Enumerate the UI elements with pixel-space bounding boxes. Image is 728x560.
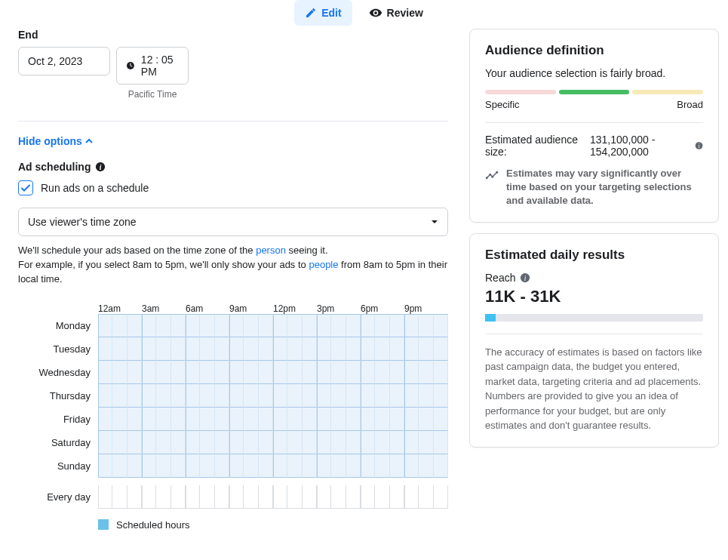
schedule-cell[interactable] xyxy=(200,431,214,454)
schedule-cell[interactable] xyxy=(98,485,112,509)
schedule-cell[interactable] xyxy=(171,454,186,478)
schedule-cell[interactable] xyxy=(361,314,375,337)
tab-edit[interactable]: Edit xyxy=(294,0,352,26)
schedule-cell[interactable] xyxy=(419,314,433,337)
schedule-cell[interactable] xyxy=(244,408,258,431)
schedule-cell[interactable] xyxy=(171,337,186,361)
schedule-cell[interactable] xyxy=(303,431,317,454)
schedule-cell[interactable] xyxy=(287,361,302,384)
schedule-cell[interactable] xyxy=(215,314,229,337)
schedule-cell[interactable] xyxy=(215,454,229,478)
schedule-cell[interactable] xyxy=(404,485,419,509)
schedule-cell[interactable] xyxy=(156,361,170,384)
schedule-cell[interactable] xyxy=(244,384,258,408)
schedule-cell[interactable] xyxy=(375,337,389,361)
schedule-cell[interactable] xyxy=(331,314,346,337)
schedule-cell[interactable] xyxy=(361,485,375,509)
schedule-cell[interactable] xyxy=(229,361,244,384)
schedule-cell[interactable] xyxy=(142,454,156,478)
schedule-cell[interactable] xyxy=(434,454,448,478)
info-icon[interactable]: i xyxy=(520,272,530,283)
schedule-cell[interactable] xyxy=(156,485,170,509)
schedule-cell[interactable] xyxy=(259,454,273,478)
schedule-cell[interactable] xyxy=(259,408,273,431)
schedule-cell[interactable] xyxy=(244,431,258,454)
schedule-cell[interactable] xyxy=(317,314,331,337)
schedule-cell[interactable] xyxy=(303,384,317,408)
schedule-cell[interactable] xyxy=(244,361,258,384)
schedule-cell[interactable] xyxy=(171,384,186,408)
schedule-cell[interactable] xyxy=(346,408,361,431)
schedule-cell[interactable] xyxy=(156,384,170,408)
schedule-cell[interactable] xyxy=(346,337,361,361)
schedule-cell[interactable] xyxy=(287,337,302,361)
info-icon[interactable]: i xyxy=(695,140,703,151)
hide-options-link[interactable]: Hide options xyxy=(18,135,93,147)
schedule-cell[interactable] xyxy=(200,384,214,408)
schedule-cell[interactable] xyxy=(303,314,317,337)
schedule-cell[interactable] xyxy=(259,337,273,361)
schedule-cell[interactable] xyxy=(419,431,433,454)
schedule-cell[interactable] xyxy=(434,314,448,337)
schedule-cell[interactable] xyxy=(273,485,287,509)
schedule-cell[interactable] xyxy=(112,485,127,509)
schedule-cell[interactable] xyxy=(331,361,346,384)
schedule-cell[interactable] xyxy=(404,361,419,384)
schedule-cell[interactable] xyxy=(390,454,404,478)
schedule-cell[interactable] xyxy=(171,408,186,431)
schedule-cell[interactable] xyxy=(142,314,156,337)
schedule-cell[interactable] xyxy=(287,485,302,509)
schedule-cell[interactable] xyxy=(127,431,142,454)
schedule-cell[interactable] xyxy=(244,314,258,337)
schedule-cell[interactable] xyxy=(186,454,200,478)
schedule-cell[interactable] xyxy=(303,408,317,431)
schedule-cell[interactable] xyxy=(259,431,273,454)
schedule-cell[interactable] xyxy=(317,454,331,478)
schedule-cell[interactable] xyxy=(186,361,200,384)
schedule-cell[interactable] xyxy=(361,454,375,478)
schedule-cell[interactable] xyxy=(171,485,186,509)
schedule-cell[interactable] xyxy=(229,314,244,337)
schedule-cell[interactable] xyxy=(156,337,170,361)
schedule-cell[interactable] xyxy=(171,314,186,337)
schedule-cell[interactable] xyxy=(375,408,389,431)
schedule-cell[interactable] xyxy=(419,485,433,509)
schedule-cell[interactable] xyxy=(434,431,448,454)
schedule-cell[interactable] xyxy=(434,337,448,361)
schedule-cell[interactable] xyxy=(390,361,404,384)
schedule-cell[interactable] xyxy=(127,384,142,408)
schedule-cell[interactable] xyxy=(98,361,112,384)
info-icon[interactable]: i xyxy=(95,162,106,172)
schedule-cell[interactable] xyxy=(303,337,317,361)
end-time-input[interactable]: 12 : 05 PM xyxy=(116,47,189,85)
schedule-cell[interactable] xyxy=(186,431,200,454)
schedule-cell[interactable] xyxy=(215,485,229,509)
schedule-cell[interactable] xyxy=(112,408,127,431)
schedule-cell[interactable] xyxy=(434,485,448,509)
schedule-cell[interactable] xyxy=(98,337,112,361)
schedule-cell[interactable] xyxy=(331,431,346,454)
schedule-cell[interactable] xyxy=(287,314,302,337)
schedule-cell[interactable] xyxy=(171,361,186,384)
schedule-cell[interactable] xyxy=(215,361,229,384)
schedule-cell[interactable] xyxy=(112,314,127,337)
schedule-cell[interactable] xyxy=(346,314,361,337)
schedule-cell[interactable] xyxy=(331,454,346,478)
schedule-cell[interactable] xyxy=(346,485,361,509)
schedule-cell[interactable] xyxy=(375,431,389,454)
schedule-cell[interactable] xyxy=(98,431,112,454)
schedule-cell[interactable] xyxy=(273,454,287,478)
schedule-cell[interactable] xyxy=(259,485,273,509)
schedule-cell[interactable] xyxy=(390,384,404,408)
schedule-cell[interactable] xyxy=(98,314,112,337)
schedule-cell[interactable] xyxy=(127,454,142,478)
schedule-cell[interactable] xyxy=(142,337,156,361)
schedule-cell[interactable] xyxy=(156,454,170,478)
schedule-cell[interactable] xyxy=(390,431,404,454)
people-link[interactable]: people xyxy=(309,259,338,270)
schedule-cell[interactable] xyxy=(361,408,375,431)
schedule-cell[interactable] xyxy=(127,485,142,509)
schedule-cell[interactable] xyxy=(273,431,287,454)
schedule-cell[interactable] xyxy=(229,454,244,478)
schedule-cell[interactable] xyxy=(112,361,127,384)
